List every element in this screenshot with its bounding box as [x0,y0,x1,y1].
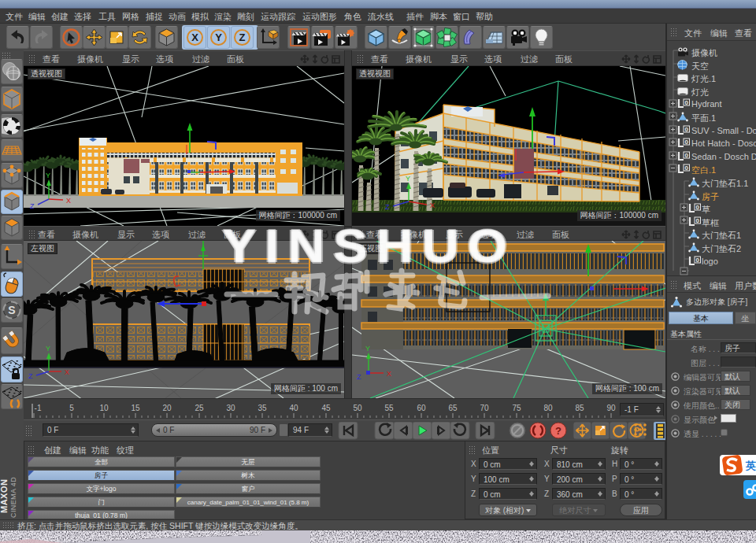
svg-text:Y: Y [365,345,370,353]
svg-text:?: ? [555,425,561,437]
svg-text:0: 0 [684,152,688,159]
svg-text:Y: Y [215,31,222,43]
svg-text:Z: Z [385,203,390,211]
svg-text:0: 0 [695,204,699,211]
svg-text:Y: Y [46,345,50,353]
svg-text:0: 0 [695,217,699,224]
svg-text:Y: Y [46,172,50,179]
svg-text:0: 0 [684,164,688,172]
svg-text:X: X [66,197,71,205]
svg-text:0: 0 [695,257,699,264]
svg-text:Z: Z [357,373,361,381]
svg-text:Z: Z [239,31,246,43]
svg-text:85: 85 [575,404,584,412]
svg-text:15: 15 [131,404,140,412]
svg-text:0: 0 [684,139,688,146]
svg-text:Z: Z [28,372,33,380]
svg-text:X: X [65,368,69,376]
svg-text:X: X [191,31,198,43]
svg-text:50: 50 [353,404,362,412]
svg-text:-1: -1 [35,404,42,412]
svg-text:5: 5 [69,404,74,412]
svg-text:60: 60 [417,404,426,412]
svg-text:65: 65 [448,404,458,412]
svg-text:10: 10 [99,404,109,412]
svg-text:0: 0 [684,99,688,106]
svg-text:X: X [430,201,435,209]
svg-text:45: 45 [321,404,331,412]
svg-text:20: 20 [162,404,172,412]
svg-text:X: X [387,370,391,378]
svg-text:70: 70 [480,404,489,412]
svg-text:80: 80 [543,404,553,412]
svg-text:0: 0 [684,126,688,133]
svg-text:S: S [8,304,15,316]
svg-text:40: 40 [289,404,298,412]
svg-text:75: 75 [512,404,521,412]
svg-text:35: 35 [258,404,267,412]
svg-text:55: 55 [384,404,394,412]
svg-text:90: 90 [606,404,616,412]
svg-text:25: 25 [195,404,204,412]
svg-text:Z: Z [30,202,35,210]
svg-text:30: 30 [226,404,235,412]
svg-text:Y: Y [406,175,410,183]
